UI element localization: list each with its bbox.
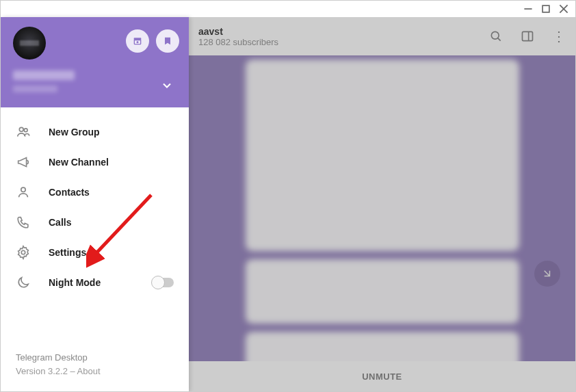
maximize-button[interactable] <box>541 4 551 14</box>
search-icon[interactable] <box>489 29 503 43</box>
drawer-footer: Telegram Desktop Version 3.2.2 – About <box>1 343 189 391</box>
svg-point-12 <box>21 250 25 254</box>
chat-subscribers: 128 082 subscribers <box>198 37 471 47</box>
svg-point-9 <box>19 127 23 131</box>
chat-header: aavst 128 082 subscribers ⋮ <box>189 17 575 55</box>
message-card <box>246 259 519 324</box>
chat-body[interactable] <box>189 55 575 361</box>
moon-icon <box>16 275 31 290</box>
menu-label: Settings <box>49 247 86 258</box>
svg-line-5 <box>498 38 501 41</box>
night-mode-toggle[interactable] <box>152 278 174 287</box>
menu-label: New Group <box>49 127 100 138</box>
menu-label: Contacts <box>49 187 90 198</box>
drawer-menu: New Group New Channel Contacts Calls <box>1 107 189 343</box>
chevron-down-icon[interactable] <box>160 79 174 95</box>
more-menu-icon[interactable]: ⋮ <box>552 28 566 44</box>
avatar[interactable] <box>13 27 46 60</box>
drawer-header <box>1 17 189 107</box>
svg-point-10 <box>24 129 27 132</box>
megaphone-icon <box>16 155 31 170</box>
chat-title[interactable]: aavst <box>198 26 471 37</box>
main-menu-drawer: New Group New Channel Contacts Calls <box>1 17 189 391</box>
svg-point-11 <box>21 187 25 192</box>
menu-label: Night Mode <box>49 277 101 288</box>
menu-label: New Channel <box>49 157 109 168</box>
minimize-button[interactable] <box>523 4 533 14</box>
scroll-down-button[interactable] <box>534 261 560 287</box>
sidebar-panel-icon[interactable] <box>521 29 534 43</box>
profile-name <box>13 70 75 80</box>
profile-phone <box>13 86 57 92</box>
svg-rect-8 <box>134 38 142 40</box>
svg-rect-6 <box>523 31 533 40</box>
window-titlebar <box>1 1 575 17</box>
gear-icon <box>16 245 31 260</box>
svg-rect-1 <box>542 5 549 12</box>
close-button[interactable] <box>559 4 568 14</box>
message-card <box>246 60 519 251</box>
menu-new-channel[interactable]: New Channel <box>1 147 189 177</box>
group-icon <box>16 125 31 140</box>
saved-messages-button[interactable] <box>156 29 179 53</box>
menu-new-group[interactable]: New Group <box>1 117 189 147</box>
person-icon <box>16 185 31 200</box>
app-name-label: Telegram Desktop <box>16 351 174 365</box>
version-about-link[interactable]: Version 3.2.2 – About <box>16 365 174 378</box>
menu-calls[interactable]: Calls <box>1 207 189 237</box>
phone-icon <box>16 215 31 230</box>
archive-button[interactable] <box>126 29 149 53</box>
menu-label: Calls <box>49 217 71 228</box>
message-card <box>246 332 519 361</box>
svg-point-4 <box>491 31 499 39</box>
menu-night-mode[interactable]: Night Mode <box>1 267 189 298</box>
menu-settings[interactable]: Settings <box>1 237 189 267</box>
menu-contacts[interactable]: Contacts <box>1 177 189 207</box>
unmute-button[interactable]: UNMUTE <box>189 361 575 391</box>
